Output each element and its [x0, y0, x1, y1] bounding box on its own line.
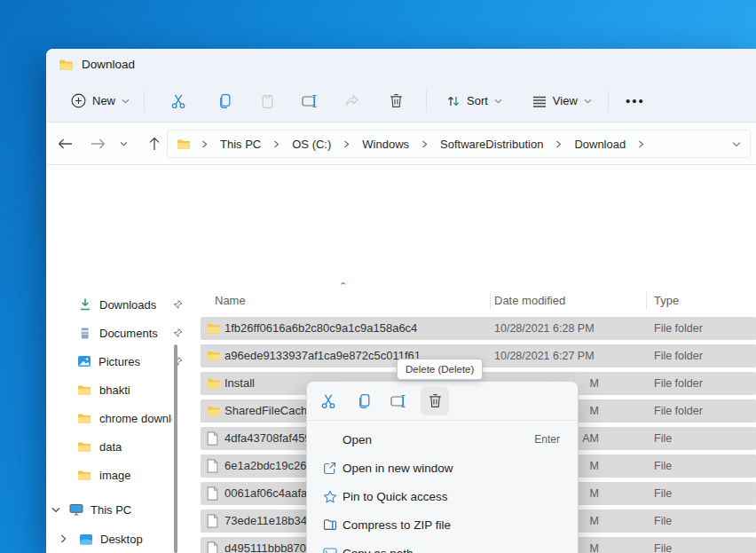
file-date: 10/28/2021 6:28 PM	[494, 317, 599, 340]
folder-icon	[77, 413, 91, 424]
sidebar-item-image[interactable]: image	[73, 464, 172, 486]
file-type: File	[654, 482, 672, 505]
file-name: 1fb26ff0616a6b2c80c9a1c9a158a6c4	[224, 317, 491, 340]
file-type: File folder	[654, 372, 703, 395]
address-dropdown-button[interactable]	[732, 141, 741, 147]
folder-icon	[207, 378, 221, 390]
toolbar-separator	[426, 90, 427, 113]
desktop: { "window": { "title": "Download" }, "to…	[0, 0, 756, 553]
column-header-type[interactable]: Type	[654, 289, 679, 311]
chevron-down-icon	[51, 507, 60, 513]
delete-button[interactable]	[421, 387, 449, 415]
sidebar-item-label: Downloads	[99, 298, 156, 312]
back-arrow-icon	[58, 138, 73, 149]
cut-button[interactable]	[161, 85, 196, 117]
breadcrumb-item[interactable]: Windows	[360, 136, 411, 153]
breadcrumb-item[interactable]: SoftwareDistribution	[438, 136, 545, 153]
menu-item-label: Pin to Quick access	[343, 490, 560, 503]
pin-icon	[173, 328, 183, 338]
menu-item-label: Open	[343, 433, 534, 446]
zip-folder-icon	[323, 518, 343, 531]
sidebar-item-bhakti[interactable]: bhakti	[73, 379, 172, 400]
view-button[interactable]: View	[524, 85, 601, 117]
sort-button-label: Sort	[467, 94, 488, 107]
up-arrow-icon	[149, 137, 160, 151]
context-menu: Open Enter Open in new window Pin to Qui…	[306, 381, 579, 553]
breadcrumb-item[interactable]: OS (C:)	[290, 136, 333, 153]
tooltip-text: Delete (Delete)	[406, 364, 474, 375]
recent-chevron-icon	[120, 141, 128, 146]
cut-button[interactable]	[314, 387, 343, 415]
back-button[interactable]	[50, 129, 80, 159]
menu-item-pin-to-quick-access[interactable]: Pin to Quick access	[307, 482, 578, 510]
share-icon	[344, 94, 360, 108]
forward-arrow-icon	[91, 138, 106, 149]
sidebar-item-documents[interactable]: Documents	[73, 322, 186, 344]
sidebar-item-this-pc[interactable]: This PC	[51, 499, 185, 520]
menu-item-label: Open in new window	[343, 462, 560, 475]
menu-item-copy-as-path[interactable]: Copy as path	[307, 539, 578, 553]
documents-icon	[78, 327, 91, 340]
sort-button[interactable]: Sort	[437, 85, 511, 117]
sidebar-item-label: chrome downloads	[99, 412, 172, 425]
sidebar-item-chrome-downloads[interactable]: chrome downloads	[73, 407, 172, 429]
file-type: File	[654, 454, 672, 478]
menu-item-label: Copy as path	[343, 547, 560, 553]
breadcrumb-item[interactable]: This PC	[218, 136, 263, 153]
rename-button[interactable]	[293, 85, 328, 117]
copy-button[interactable]	[207, 85, 242, 117]
toolbar-separator	[608, 90, 609, 113]
sidebar-scrollbar[interactable]	[174, 344, 177, 553]
sidebar-item-label: This PC	[91, 503, 131, 517]
sidebar-item-desktop[interactable]: Desktop	[60, 528, 185, 549]
menu-item-compress-to-zip[interactable]: Compress to ZIP file	[307, 510, 578, 539]
sort-arrows-icon	[446, 94, 461, 108]
recent-locations-button[interactable]	[113, 129, 134, 159]
delete-tooltip: Delete (Delete)	[397, 359, 483, 380]
column-separator[interactable]	[490, 292, 491, 310]
menu-item-label: Compress to ZIP file	[343, 518, 560, 532]
file-explorer-window: Download New	[46, 49, 756, 553]
chevron-right-icon	[60, 534, 67, 543]
file-icon	[207, 486, 218, 501]
up-button[interactable]	[139, 129, 169, 159]
column-header-name[interactable]: Name	[215, 289, 246, 311]
chevron-down-icon	[494, 99, 502, 104]
file-icon	[207, 459, 218, 473]
folder-icon	[59, 59, 74, 71]
new-button[interactable]: New	[62, 85, 138, 117]
copy-button[interactable]	[350, 387, 378, 415]
chevron-down-icon	[584, 99, 592, 104]
downloads-icon	[78, 297, 92, 312]
file-date: 10/28/2021 6:27 PM	[494, 344, 599, 367]
file-type: File	[654, 537, 672, 553]
forward-button[interactable]	[83, 129, 113, 159]
column-separator[interactable]	[646, 292, 647, 310]
file-type: File	[654, 427, 672, 450]
rename-button[interactable]	[385, 387, 413, 415]
sidebar-item-data[interactable]: data	[73, 436, 172, 457]
sidebar-item-pictures[interactable]: Pictures	[73, 351, 186, 372]
menu-item-open-in-new-window[interactable]: Open in new window	[307, 454, 578, 482]
folder-icon	[77, 384, 91, 396]
copy-path-icon	[323, 548, 343, 553]
more-options-button[interactable]: •••	[618, 85, 653, 117]
sidebar-item-downloads[interactable]: Downloads	[73, 294, 186, 315]
star-icon	[323, 490, 343, 503]
breadcrumb-chevron-icon	[552, 140, 565, 148]
breadcrumb-item[interactable]: Download	[572, 136, 627, 153]
view-button-label: View	[553, 94, 578, 107]
sidebar-item-label: bhakti	[99, 383, 130, 397]
rename-icon	[302, 94, 319, 108]
file-row[interactable]: 1fb26ff0616a6b2c80c9a1c9a158a6c4 10/28/2…	[201, 317, 756, 340]
breadcrumb[interactable]: This PC OS (C:) Windows SoftwareDistribu…	[167, 130, 751, 158]
pin-icon	[173, 300, 183, 310]
monitor-icon	[69, 503, 83, 516]
paste-button	[249, 85, 285, 117]
column-header-date[interactable]: Date modified	[494, 289, 565, 311]
menu-item-open[interactable]: Open Enter	[307, 425, 578, 454]
cut-icon	[170, 93, 186, 109]
toolbar-separator	[144, 90, 145, 113]
open-new-window-icon	[323, 462, 343, 475]
delete-button[interactable]	[378, 85, 413, 117]
